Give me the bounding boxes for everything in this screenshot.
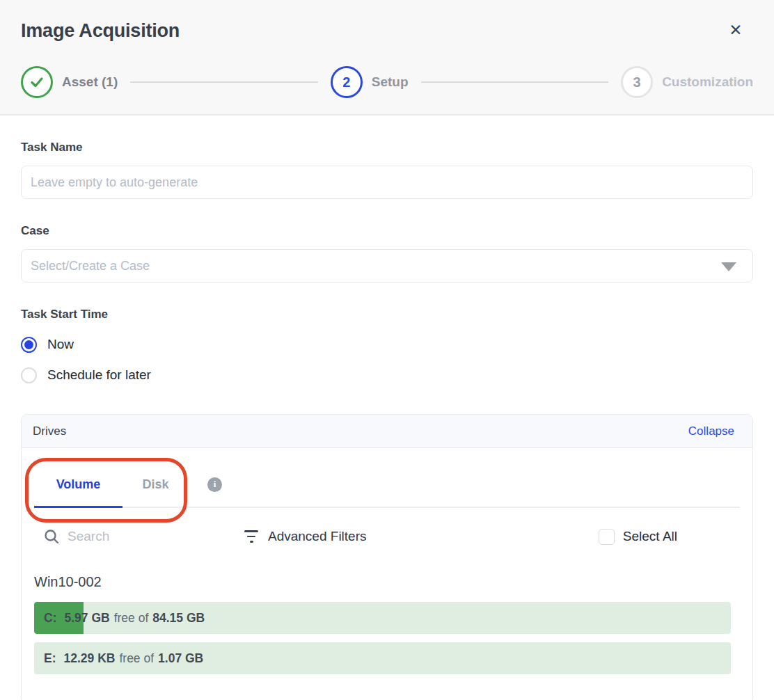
step-number-2: 2 (331, 66, 363, 98)
volume-letter: E: (44, 651, 56, 666)
radio-now-label: Now (47, 337, 74, 352)
stepper-connector (130, 81, 318, 83)
tab-volume[interactable]: Volume (34, 477, 123, 492)
select-all-checkbox[interactable] (599, 529, 615, 545)
case-select[interactable] (21, 249, 753, 283)
search-input[interactable] (68, 529, 193, 544)
volume-total-space: 84.15 GB (152, 611, 205, 626)
task-start-time-label: Task Start Time (21, 307, 753, 322)
drives-panel: Drives Collapse Volume Disk i (21, 414, 753, 700)
step-asset[interactable]: Asset (1) (21, 66, 118, 98)
setup-form: Task Name Case Task Start Time Now Sched… (0, 140, 774, 383)
radio-now[interactable]: Now (21, 336, 753, 353)
step-complete-indicator (21, 66, 53, 98)
drives-filter-row: Advanced Filters Select All (44, 520, 734, 552)
search-box (44, 529, 219, 545)
radio-selected-icon (21, 337, 37, 353)
wizard-stepper: Asset (1) 2 Setup 3 Customization (21, 65, 753, 99)
active-tab-underline (34, 506, 123, 508)
advanced-filters-label: Advanced Filters (268, 529, 367, 544)
select-all-label: Select All (623, 529, 677, 544)
volume-free-space: 12.29 KB (64, 651, 116, 666)
radio-unselected-icon (21, 367, 37, 383)
case-label: Case (21, 223, 753, 239)
close-icon: ✕ (729, 22, 742, 38)
volume-row-c[interactable]: C: 5.97 GB free of 84.15 GB (34, 602, 731, 634)
volume-row-e[interactable]: E: 12.29 KB free of 1.07 GB (34, 642, 731, 674)
check-icon (29, 74, 45, 90)
info-icon[interactable]: i (207, 477, 222, 492)
close-button[interactable]: ✕ (725, 19, 746, 40)
drives-panel-header: Drives Collapse (22, 415, 752, 448)
collapse-link[interactable]: Collapse (688, 424, 734, 438)
step-customization-label: Customization (662, 74, 753, 90)
volume-free-space: 5.97 GB (64, 611, 109, 626)
search-icon (44, 529, 60, 545)
radio-schedule-label: Schedule for later (47, 367, 151, 383)
step-asset-label: Asset (1) (62, 74, 118, 90)
volume-free-of-text: free of (119, 651, 154, 666)
volume-total-space: 1.07 GB (158, 651, 203, 666)
task-name-input[interactable] (21, 166, 753, 199)
host-name: Win10-002 (34, 574, 752, 590)
volume-free-of-text: free of (114, 611, 149, 626)
filter-icon (244, 530, 258, 543)
advanced-filters-button[interactable]: Advanced Filters (244, 529, 367, 544)
image-acquisition-dialog: Image Acquisition ✕ Asset (1) 2 Setup 3 (0, 0, 774, 700)
select-all-control[interactable]: Select All (599, 529, 677, 545)
step-setup[interactable]: 2 Setup (331, 66, 409, 98)
drive-tabs: Volume Disk i (34, 448, 740, 508)
tab-disk[interactable]: Disk (123, 477, 189, 492)
page-title: Image Acquisition (21, 18, 753, 43)
radio-schedule-later[interactable]: Schedule for later (21, 367, 753, 383)
stepper-connector (421, 81, 609, 83)
step-customization[interactable]: 3 Customization (621, 66, 753, 98)
step-setup-label: Setup (372, 74, 409, 90)
drives-title: Drives (33, 424, 66, 438)
volume-letter: C: (44, 611, 56, 626)
step-number-3: 3 (621, 66, 653, 98)
dialog-header: Image Acquisition ✕ Asset (1) 2 Setup 3 (0, 0, 774, 116)
task-name-label: Task Name (21, 140, 753, 155)
